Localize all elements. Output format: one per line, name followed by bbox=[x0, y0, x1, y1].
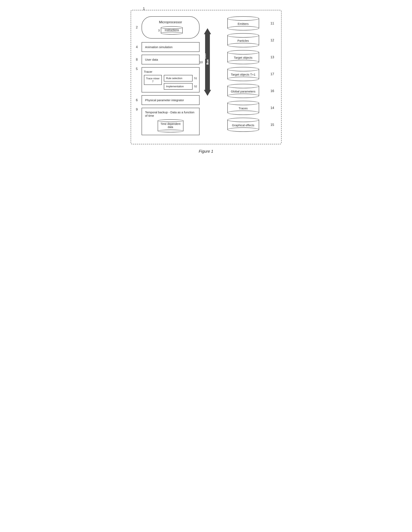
instructions-cylinder: Instructions bbox=[161, 26, 183, 35]
label-16: 16 bbox=[271, 89, 276, 93]
label-2: 2 bbox=[136, 26, 142, 29]
target-objects-t1-cylinder: Target objects T+1 bbox=[217, 67, 269, 81]
emitters-row: Emitters 11 bbox=[217, 16, 276, 30]
label-1: 1 bbox=[143, 7, 145, 11]
label-11: 11 bbox=[271, 22, 276, 25]
page-wrapper: 1 2 Microprocessor 3 Instru bbox=[129, 4, 284, 154]
user-data-box: User data bbox=[142, 55, 200, 64]
trace-mixer-box: Trace mixer 7 bbox=[144, 75, 162, 85]
temporal-title: Temporal backup - Data as a function of … bbox=[145, 111, 196, 117]
cyl-bot-global bbox=[227, 94, 259, 98]
tracer-row: 5 Tracer Trace mixer 7 Rule selection 51 bbox=[136, 67, 200, 93]
cyl-top-graphical bbox=[227, 118, 259, 122]
cyl-top-global bbox=[227, 84, 259, 88]
graphical-effects-row: Graphical effects 15 bbox=[217, 118, 276, 132]
cyl-top-target bbox=[227, 50, 259, 55]
bus-label: Bus bbox=[206, 59, 209, 65]
cyl-bot-instructions bbox=[161, 32, 183, 35]
cyl-bot-target-t1 bbox=[227, 77, 259, 81]
label-15: 15 bbox=[271, 123, 276, 127]
temporal-inner: Time dependent data bbox=[145, 119, 196, 133]
cyl-top-time bbox=[158, 119, 183, 122]
traces-row: Traces 14 bbox=[217, 101, 276, 115]
time-dependent-cylinder: Time dependent data bbox=[158, 119, 183, 133]
bus-column: Bus Bus 10 Bus bbox=[200, 16, 215, 96]
arrow-head-up bbox=[204, 28, 211, 34]
right-column: Emitters 11 Particles 12 bbox=[215, 16, 276, 132]
temporal-block: Temporal backup - Data as a function of … bbox=[142, 108, 200, 135]
physical-box: Physical parameter integrator bbox=[142, 95, 200, 105]
cyl-top-target-t1 bbox=[227, 67, 259, 71]
microprocessor-title: Microprocessor bbox=[159, 20, 182, 24]
label-52: 52 bbox=[194, 85, 197, 88]
left-column: 2 Microprocessor 3 Instructions bbox=[136, 16, 200, 138]
particles-row: Particles 12 bbox=[217, 33, 276, 47]
traces-cylinder: Traces bbox=[217, 101, 269, 115]
implementation-box: Implementation bbox=[164, 83, 193, 90]
tracer-block: Tracer Trace mixer 7 Rule selection 51 I… bbox=[142, 67, 200, 93]
label-51: 51 bbox=[194, 77, 197, 80]
cyl-top-emitters bbox=[227, 16, 259, 21]
diagram-outer: 1 2 Microprocessor 3 Instru bbox=[131, 10, 282, 144]
cyl-bot-particles bbox=[227, 43, 259, 47]
target-objects-row: Target objects 13 bbox=[217, 50, 276, 64]
label-5: 5 bbox=[136, 67, 142, 71]
label-6: 6 bbox=[136, 98, 142, 102]
cyl-bot-target bbox=[227, 60, 259, 64]
label-17: 17 bbox=[271, 72, 276, 76]
label-9: 9 bbox=[136, 108, 142, 111]
label-4: 4 bbox=[136, 45, 142, 49]
label-10: 10 bbox=[200, 60, 203, 64]
global-parameters-cylinder: Global parameters bbox=[217, 84, 269, 98]
label-14: 14 bbox=[271, 106, 276, 110]
microprocessor-block: Microprocessor 3 Instructions bbox=[142, 16, 200, 38]
tracer-title: Tracer bbox=[144, 70, 197, 73]
main-content: 2 Microprocessor 3 Instructions bbox=[136, 16, 276, 138]
cyl-bot-traces bbox=[227, 111, 259, 115]
microprocessor-row: 2 Microprocessor 3 Instructions bbox=[136, 16, 200, 38]
target-objects-cylinder: Target objects bbox=[217, 50, 269, 64]
rule-selection-box: Rule selection bbox=[164, 75, 193, 82]
cyl-bot-emitters bbox=[227, 26, 259, 30]
physical-row: 6 Physical parameter integrator bbox=[136, 95, 200, 105]
emitters-cylinder: Emitters bbox=[217, 16, 269, 30]
cyl-bot-time bbox=[158, 130, 183, 133]
bus-arrow-container: Bus Bus 10 bbox=[204, 28, 211, 96]
arrow-head-down bbox=[204, 90, 211, 96]
rule-impl-col: Rule selection 51 Implementation 52 bbox=[164, 75, 197, 90]
global-parameters-row: Global parameters 16 bbox=[217, 84, 276, 98]
graphical-effects-cylinder: Graphical effects bbox=[217, 118, 269, 132]
target-objects-t1-row: Target objects T+1 17 bbox=[217, 67, 276, 81]
animation-row: 4 Animation simulation bbox=[136, 42, 200, 52]
tracer-inner: Trace mixer 7 Rule selection 51 Implemen… bbox=[144, 75, 197, 90]
cyl-bot-graphical bbox=[227, 127, 259, 132]
user-data-row: 8 User data bbox=[136, 55, 200, 64]
figure-label: Figure 1 bbox=[129, 149, 284, 154]
animation-box: Animation simulation bbox=[142, 42, 200, 52]
label-12: 12 bbox=[271, 38, 276, 42]
temporal-row: 9 Temporal backup - Data as a function o… bbox=[136, 108, 200, 135]
particles-cylinder: Particles bbox=[217, 33, 269, 47]
cyl-top-particles bbox=[227, 33, 259, 38]
label-8: 8 bbox=[136, 58, 142, 61]
cyl-top-instructions bbox=[161, 26, 183, 29]
label-13: 13 bbox=[271, 56, 276, 59]
cyl-top-traces bbox=[227, 101, 259, 105]
label-3: 3 bbox=[158, 29, 160, 32]
